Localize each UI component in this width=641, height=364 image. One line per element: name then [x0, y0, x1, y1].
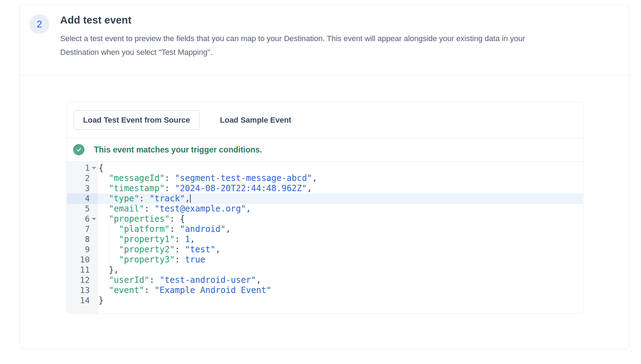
line-gutter-cell: 1 [67, 163, 98, 173]
fold-spacer [90, 234, 98, 245]
line-gutter-cell: 9 [67, 245, 98, 255]
line-gutter-cell: 7 [67, 224, 98, 234]
code-text: "properties": { [98, 214, 185, 224]
fold-spacer [90, 285, 98, 295]
line-number: 11 [67, 265, 90, 275]
line-number: 7 [67, 224, 90, 234]
code-line[interactable]: 14} [67, 295, 583, 306]
code-text: "email": "test@example.org", [98, 204, 251, 214]
panel-description: Select a test event to preview the field… [60, 32, 609, 59]
line-gutter-cell: 3 [67, 183, 98, 194]
code-text: "userId": "test-android-user", [98, 275, 261, 285]
line-gutter-cell: 2 [67, 173, 98, 183]
code-text: "timestamp": "2024-08-20T22:44:48.962Z", [98, 183, 312, 194]
fold-spacer [90, 173, 98, 183]
line-gutter-cell: 13 [67, 285, 98, 295]
code-line[interactable]: 5 "email": "test@example.org", [67, 204, 583, 214]
code-line[interactable]: 8 "property1": 1, [67, 234, 583, 245]
line-gutter-cell: 12 [67, 275, 98, 285]
page-title: Add test event [60, 14, 609, 26]
load-sample-event-button[interactable]: Load Sample Event [220, 116, 291, 125]
code-line[interactable]: 2 "messageId": "segment-test-message-abc… [67, 173, 583, 183]
panel-header: Add test event Select a test event to pr… [20, 5, 629, 59]
line-number: 8 [67, 234, 90, 245]
line-gutter-cell: 5 [67, 204, 98, 214]
json-editor[interactable]: 1{2 "messageId": "segment-test-message-a… [67, 162, 583, 313]
fold-arrow-icon[interactable] [90, 214, 98, 224]
fold-spacer [90, 224, 98, 234]
text-cursor [190, 194, 191, 203]
line-number: 10 [67, 255, 90, 265]
panel-description-line1: Select a test event to preview the field… [60, 32, 609, 45]
code-text: }, [98, 265, 119, 275]
line-number: 12 [67, 275, 90, 285]
trigger-match-status: This event matches your trigger conditio… [67, 138, 583, 162]
fold-spacer [90, 194, 98, 204]
line-gutter-cell: 10 [67, 255, 98, 265]
code-line[interactable]: 10 "property3": true [67, 255, 583, 265]
line-gutter-cell: 6 [67, 214, 98, 224]
load-sample-event-label: Load Sample Event [220, 116, 291, 124]
code-line[interactable]: 4 "type": "track", [67, 194, 583, 204]
code-line[interactable]: 1{ [67, 163, 583, 173]
line-gutter-cell: 11 [67, 265, 98, 275]
fold-spacer [90, 295, 98, 306]
fold-spacer [90, 265, 98, 275]
code-line[interactable]: 7 "platform": "android", [67, 224, 583, 234]
code-lines: 1{2 "messageId": "segment-test-message-a… [67, 163, 583, 306]
code-text: "type": "track", [98, 194, 191, 204]
fold-spacer [90, 245, 98, 255]
code-line[interactable]: 3 "timestamp": "2024-08-20T22:44:48.962Z… [67, 183, 583, 194]
line-gutter-cell: 8 [67, 234, 98, 245]
load-test-event-label: Load Test Event from Source [83, 116, 190, 125]
add-test-event-panel: 2 Add test event Select a test event to … [19, 4, 629, 349]
code-text: "messageId": "segment-test-message-abcd"… [98, 173, 317, 183]
line-number: 5 [67, 204, 90, 214]
status-message: This event matches your trigger conditio… [94, 145, 262, 155]
code-text: "property1": 1, [98, 234, 195, 245]
code-text: { [98, 163, 103, 173]
fold-arrow-icon[interactable] [90, 163, 98, 173]
line-number: 6 [67, 214, 90, 224]
line-number: 9 [67, 245, 90, 255]
line-number: 4 [67, 194, 90, 204]
code-text: "event": "Example Android Event" [98, 285, 271, 295]
header-divider [20, 75, 629, 76]
code-line[interactable]: 12 "userId": "test-android-user", [67, 275, 583, 285]
code-line[interactable]: 6 "properties": { [67, 214, 583, 224]
load-test-event-button[interactable]: Load Test Event from Source [74, 110, 199, 130]
line-gutter-cell: 4 [67, 194, 98, 204]
fold-spacer [90, 204, 98, 214]
line-number: 13 [67, 285, 90, 295]
code-text: "property3": true [98, 255, 205, 265]
code-line[interactable]: 11 }, [67, 265, 583, 275]
event-toolbar: Load Test Event from Source Load Sample … [67, 102, 583, 138]
panel-description-line2: Destination when you select "Test Mappin… [60, 45, 609, 59]
code-line[interactable]: 13 "event": "Example Android Event" [67, 285, 583, 295]
test-event-card: Load Test Event from Source Load Sample … [66, 102, 583, 314]
line-number: 2 [67, 173, 90, 183]
code-text: "platform": "android", [98, 224, 231, 234]
line-gutter-cell: 14 [67, 295, 98, 306]
code-text: "property2": "test", [98, 245, 221, 255]
fold-spacer [90, 183, 98, 194]
line-number: 3 [67, 183, 90, 194]
check-icon [73, 144, 84, 155]
fold-spacer [90, 275, 98, 285]
line-number: 14 [67, 295, 90, 306]
line-number: 1 [67, 163, 90, 173]
code-line[interactable]: 9 "property2": "test", [67, 245, 583, 255]
code-text: } [98, 295, 103, 306]
fold-spacer [90, 255, 98, 265]
